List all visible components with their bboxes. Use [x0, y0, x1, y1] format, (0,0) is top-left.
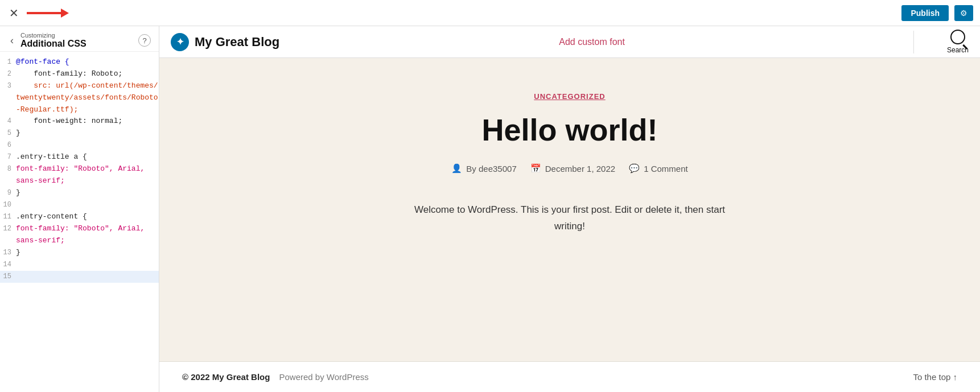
post-excerpt: Welcome to WordPress. This is your first… [410, 202, 729, 235]
code-line: 10 [0, 199, 159, 211]
help-button[interactable]: ? [138, 34, 151, 47]
code-line: 6 [0, 139, 159, 151]
line-number: 1 [0, 56, 16, 68]
line-content: font-weight: normal; [16, 115, 159, 127]
line-content: } [16, 247, 159, 259]
red-arrow [27, 9, 69, 18]
preview-nav-center: Add custom font [279, 37, 904, 47]
close-button[interactable]: ✕ [7, 5, 21, 21]
line-number: 6 [0, 139, 16, 151]
panel-header: ‹ Customizing Additional CSS ? [0, 26, 159, 52]
post-title: Hello world! [482, 112, 658, 147]
line-content: .entry-content { [16, 211, 159, 223]
code-line: 13} [0, 247, 159, 259]
code-line: 2 font-family: Roboto; [0, 68, 159, 80]
author-text: By dee35007 [466, 164, 516, 174]
code-line: 1@font-face { [0, 56, 159, 68]
preview-nav-right: Search [923, 30, 969, 54]
code-line: 3 src: url(/wp-content/themes/twentytwen… [0, 80, 159, 115]
top-bar: ✕ Publish ⚙ [0, 0, 980, 26]
footer-copyright: © 2022 My Great Blog [182, 372, 270, 382]
line-number: 13 [0, 247, 16, 258]
footer-powered: Powered by WordPress [279, 372, 368, 382]
code-line: 15 [0, 271, 159, 283]
line-content: font-family: "Roboto", Arial,sans-serif; [16, 163, 159, 187]
preview-footer: © 2022 My Great Blog Powered by WordPres… [159, 361, 980, 392]
date-text: December 1, 2022 [545, 164, 615, 174]
code-line: 11.entry-content { [0, 211, 159, 223]
code-line: 12font-family: "Roboto", Arial,sans-seri… [0, 223, 159, 247]
panel-title: Additional CSS [20, 39, 87, 49]
left-panel: ‹ Customizing Additional CSS ? 1@font-fa… [0, 26, 159, 392]
line-content: font-family: Roboto; [16, 68, 159, 80]
arrow-head [61, 9, 69, 18]
line-number: 3 [0, 80, 16, 92]
line-number: 10 [0, 199, 16, 211]
post-meta: 👤 By dee35007 📅 December 1, 2022 💬 1 Com… [451, 163, 687, 174]
panel-title-group: Customizing Additional CSS [20, 32, 87, 49]
line-number: 2 [0, 68, 16, 80]
site-logo-area: ✦ My Great Blog [171, 33, 279, 51]
line-number: 8 [0, 163, 16, 175]
line-content: } [16, 187, 159, 199]
line-number: 12 [0, 223, 16, 234]
code-line: 4 font-weight: normal; [0, 115, 159, 127]
date-icon: 📅 [530, 163, 541, 174]
line-number: 14 [0, 259, 16, 270]
panel-subtitle: Customizing [20, 32, 87, 39]
footer-to-top[interactable]: To the top ↑ [913, 372, 957, 382]
site-name: My Great Blog [195, 35, 279, 49]
meta-comments: 💬 1 Comment [629, 163, 688, 174]
line-content: .entry-title a { [16, 151, 159, 163]
main-layout: ‹ Customizing Additional CSS ? 1@font-fa… [0, 26, 980, 392]
preview-panel: ✦ My Great Blog Add custom font Search U… [159, 26, 980, 392]
line-content: } [16, 127, 159, 139]
code-line: 5} [0, 127, 159, 139]
preview-content: UNCATEGORIZED Hello world! 👤 By dee35007… [159, 58, 980, 361]
line-content: @font-face { [16, 56, 159, 68]
code-editor[interactable]: 1@font-face {2 font-family: Roboto;3 src… [0, 52, 159, 392]
code-line: 9} [0, 187, 159, 199]
meta-author: 👤 By dee35007 [451, 163, 516, 174]
site-icon: ✦ [171, 33, 189, 51]
back-button[interactable]: ‹ [8, 34, 16, 48]
add-custom-font-link[interactable]: Add custom font [559, 37, 625, 47]
header-divider [913, 31, 914, 53]
line-content: src: url(/wp-content/themes/twentytwenty… [16, 80, 159, 115]
comment-icon: 💬 [629, 163, 640, 174]
line-content: font-family: "Roboto", Arial,sans-serif; [16, 223, 159, 247]
search-icon [950, 30, 965, 44]
code-line: 14 [0, 259, 159, 271]
code-line: 7.entry-title a { [0, 151, 159, 163]
arrow-area [27, 9, 896, 18]
arrow-line [27, 12, 61, 14]
meta-date: 📅 December 1, 2022 [530, 163, 615, 174]
line-number: 7 [0, 151, 16, 163]
footer-left: © 2022 My Great Blog Powered by WordPres… [182, 372, 369, 382]
line-number: 5 [0, 127, 16, 139]
line-number: 11 [0, 211, 16, 222]
gear-button[interactable]: ⚙ [954, 5, 973, 21]
preview-header: ✦ My Great Blog Add custom font Search [159, 26, 980, 58]
line-number: 15 [0, 271, 16, 282]
blog-post-area: UNCATEGORIZED Hello world! 👤 By dee35007… [159, 58, 980, 361]
line-number: 9 [0, 187, 16, 199]
code-line: 8font-family: "Roboto", Arial,sans-serif… [0, 163, 159, 187]
panel-header-left: ‹ Customizing Additional CSS [8, 32, 87, 49]
comments-text: 1 Comment [644, 164, 688, 174]
author-icon: 👤 [451, 163, 462, 174]
search-area[interactable]: Search [947, 30, 969, 54]
line-number: 4 [0, 115, 16, 127]
publish-button[interactable]: Publish [901, 5, 949, 21]
post-category: UNCATEGORIZED [534, 92, 605, 101]
